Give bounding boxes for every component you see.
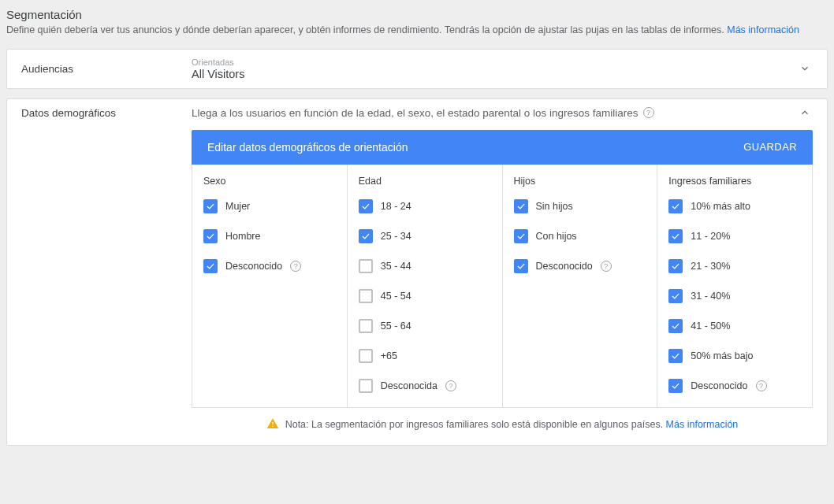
checkbox[interactable] [514, 259, 528, 273]
section-description-text: Define quién debería ver tus anuncios y … [6, 24, 727, 35]
checkbox[interactable] [359, 349, 373, 363]
option-label: 18 - 24 [381, 201, 411, 212]
column-header: Ingresos familiares [668, 176, 801, 187]
option-row: Desconocido? [668, 379, 801, 393]
section-description: Define quién debería ver tus anuncios y … [6, 23, 828, 38]
option-row: Con hijos [514, 229, 646, 243]
audiences-value: All Visitors [192, 68, 797, 80]
option-row: 55 - 64 [359, 319, 491, 333]
more-info-link[interactable]: Más información [727, 24, 799, 35]
chevron-down-icon [797, 63, 813, 74]
demographics-column: SexoMujerHombreDesconocido? [192, 165, 348, 407]
option-row: 41 - 50% [668, 319, 801, 333]
option-row: Mujer [203, 199, 336, 213]
help-icon[interactable]: ? [290, 261, 301, 272]
option-row: Hombre [203, 229, 336, 243]
note-row: Nota: La segmentación por ingresos famil… [192, 408, 813, 434]
audiences-card[interactable]: Audiencias Orientadas All Visitors [6, 49, 828, 89]
warning-icon [266, 417, 279, 432]
checkbox[interactable] [203, 229, 218, 243]
checkbox[interactable] [203, 259, 218, 273]
option-label: 25 - 34 [381, 231, 411, 242]
option-label: Desconocido [691, 380, 747, 391]
demographics-column: HijosSin hijosCon hijosDesconocido? [503, 165, 658, 407]
option-row: 21 - 30% [668, 259, 801, 273]
demographics-column: Edad18 - 2425 - 3435 - 4445 - 5455 - 64+… [348, 165, 503, 407]
option-label: Desconocido [536, 261, 593, 272]
option-label: 31 - 40% [691, 291, 730, 302]
demographics-description: Llega a los usuarios en función de la ed… [192, 107, 639, 119]
column-header: Hijos [514, 176, 646, 187]
editor-title: Editar datos demográficos de orientación [207, 141, 408, 154]
save-button[interactable]: GUARDAR [743, 141, 797, 153]
column-header: Sexo [203, 176, 336, 187]
option-row: Desconocido? [203, 259, 336, 273]
option-row: 10% más alto [668, 199, 801, 213]
option-label: 50% más bajo [691, 350, 753, 361]
chevron-up-icon [797, 107, 813, 118]
option-label: Desconocido [225, 261, 282, 272]
option-label: 55 - 64 [381, 321, 411, 332]
checkbox[interactable] [359, 379, 373, 393]
checkbox[interactable] [668, 379, 683, 393]
checkbox[interactable] [668, 349, 683, 363]
demographics-card: Datos demográficos Llega a los usuarios … [6, 98, 828, 446]
option-label: 21 - 30% [691, 261, 730, 272]
option-row: Sin hijos [514, 199, 646, 213]
checkbox[interactable] [359, 199, 373, 213]
help-icon[interactable]: ? [756, 380, 767, 391]
help-icon[interactable]: ? [445, 380, 456, 391]
option-label: Sin hijos [536, 201, 573, 212]
option-row: +65 [359, 349, 491, 363]
option-row: Desconocida? [359, 379, 491, 393]
checkbox[interactable] [359, 229, 373, 243]
option-label: Mujer [225, 201, 250, 212]
note-text: La segmentación por ingresos familiares … [311, 419, 666, 430]
option-row: 18 - 24 [359, 199, 491, 213]
checkbox[interactable] [668, 229, 683, 243]
option-row: 11 - 20% [668, 229, 801, 243]
demographics-columns: SexoMujerHombreDesconocido?Edad18 - 2425… [192, 165, 813, 408]
checkbox[interactable] [514, 199, 528, 213]
note-link[interactable]: Más información [666, 419, 739, 430]
option-row: 50% más bajo [668, 349, 801, 363]
checkbox[interactable] [668, 319, 683, 333]
help-icon[interactable]: ? [643, 107, 654, 118]
column-header: Edad [359, 176, 491, 187]
option-label: Desconocida [381, 380, 437, 391]
option-label: +65 [381, 350, 397, 361]
checkbox[interactable] [668, 259, 683, 273]
checkbox[interactable] [668, 199, 683, 213]
option-label: 35 - 44 [381, 261, 411, 272]
demographics-column: Ingresos familiares10% más alto11 - 20%2… [657, 165, 812, 407]
checkbox[interactable] [359, 319, 373, 333]
checkbox[interactable] [203, 199, 218, 213]
option-label: Con hijos [536, 231, 577, 242]
audiences-sublabel: Orientadas [192, 57, 797, 67]
note-prefix: Nota: [285, 419, 311, 430]
option-label: 45 - 54 [381, 291, 411, 302]
demographics-label: Datos demográficos [21, 107, 192, 119]
option-label: 10% más alto [691, 201, 750, 212]
option-label: Hombre [225, 231, 260, 242]
option-label: 11 - 20% [691, 231, 730, 242]
option-row: Desconocido? [514, 259, 646, 273]
checkbox[interactable] [359, 289, 373, 303]
option-label: 41 - 50% [691, 321, 730, 332]
demographics-header-row[interactable]: Datos demográficos Llega a los usuarios … [7, 99, 827, 127]
option-row: 45 - 54 [359, 289, 491, 303]
section-title: Segmentación [6, 8, 828, 21]
help-icon[interactable]: ? [601, 261, 612, 272]
checkbox[interactable] [668, 289, 683, 303]
checkbox[interactable] [359, 259, 373, 273]
option-row: 35 - 44 [359, 259, 491, 273]
checkbox[interactable] [514, 229, 528, 243]
audiences-label: Audiencias [21, 63, 192, 75]
option-row: 31 - 40% [668, 289, 801, 303]
editor-header: Editar datos demográficos de orientación… [192, 130, 813, 165]
option-row: 25 - 34 [359, 229, 491, 243]
